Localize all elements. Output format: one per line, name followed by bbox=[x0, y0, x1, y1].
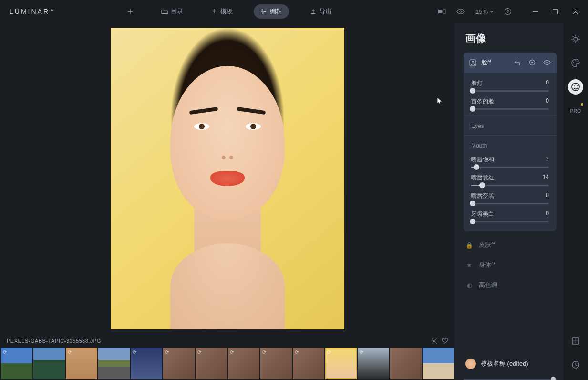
thumbnail[interactable] bbox=[98, 348, 130, 379]
pro-icon[interactable]: PRO bbox=[568, 103, 583, 118]
slider-label: 嘴唇发红 bbox=[471, 174, 494, 182]
thumbnail[interactable] bbox=[33, 348, 65, 379]
ai-badge: AI bbox=[491, 261, 495, 265]
slider-label: 嘴唇变黑 bbox=[471, 192, 494, 200]
highkey-icon: ◐ bbox=[465, 282, 473, 289]
zoom-level[interactable]: 15% bbox=[475, 8, 494, 15]
thumbnail[interactable]: ⟳ bbox=[293, 348, 324, 379]
close-button[interactable] bbox=[565, 2, 585, 21]
eyes-section[interactable]: Eyes bbox=[471, 116, 549, 132]
nav-export[interactable]: 导出 bbox=[303, 4, 339, 19]
face-tool-body: 脸灯0 苗条的脸0 Eyes Mouth 嘴唇饱和7 bbox=[464, 73, 557, 231]
panel-title: 画像 bbox=[465, 32, 557, 46]
slider-lips-redness[interactable]: 嘴唇发红14 bbox=[471, 174, 549, 186]
thumbnail[interactable]: ⟳ bbox=[1, 348, 32, 379]
minimize-button[interactable] bbox=[525, 2, 545, 21]
skin-tool[interactable]: 🔒 皮肤AI bbox=[464, 235, 557, 255]
high-key-label: 高色调 bbox=[479, 281, 497, 289]
slider-value: 7 bbox=[546, 156, 549, 164]
slider-slim-face[interactable]: 苗条的脸0 bbox=[471, 97, 549, 110]
preview-icon[interactable] bbox=[456, 9, 465, 14]
body-icon: ★ bbox=[465, 262, 473, 269]
thumbnail[interactable]: ⟳ bbox=[260, 348, 292, 379]
slider-value: 0 bbox=[546, 79, 549, 87]
thumbnail[interactable]: ⟳ bbox=[228, 348, 259, 379]
ai-badge: AI bbox=[491, 241, 495, 245]
mouth-section[interactable]: Mouth bbox=[471, 136, 549, 152]
slider-label: 脸灯 bbox=[471, 79, 483, 87]
portrait-icon[interactable] bbox=[568, 79, 583, 95]
body-tool[interactable]: ★ 身体AI bbox=[464, 255, 557, 275]
slider-face-light[interactable]: 脸灯0 bbox=[471, 79, 549, 92]
slider-label: 嘴唇饱和 bbox=[471, 156, 494, 164]
svg-rect-9 bbox=[553, 9, 557, 14]
thumbnail[interactable] bbox=[423, 348, 454, 379]
svg-point-11 bbox=[472, 61, 474, 63]
slider-value: 0 bbox=[546, 210, 549, 218]
thumbnail[interactable]: ⟳ bbox=[358, 348, 389, 379]
ai-badge: AI bbox=[487, 59, 491, 63]
creative-icon[interactable] bbox=[568, 55, 583, 71]
svg-point-16 bbox=[573, 62, 574, 63]
svg-point-13 bbox=[531, 62, 533, 63]
template-name[interactable]: 模板名称 (edited) bbox=[481, 359, 555, 368]
close-file-icon[interactable] bbox=[432, 338, 437, 344]
adjust-icon: ⟳ bbox=[165, 349, 169, 355]
folder-icon bbox=[161, 8, 168, 15]
svg-point-2 bbox=[262, 12, 264, 14]
svg-point-17 bbox=[575, 60, 576, 61]
thumbnail[interactable]: ⟳ bbox=[196, 348, 227, 379]
nav-edit[interactable]: 编辑 bbox=[254, 4, 289, 19]
app-suffix: AI bbox=[51, 8, 55, 12]
thumbnail[interactable]: ⟳ bbox=[66, 348, 97, 379]
svg-rect-4 bbox=[443, 10, 446, 13]
canvas-area: PEXELS-GABB-TAPIC-3155588.JPG ⟳ ⟳ ⟳ ⟳ ⟳ … bbox=[0, 23, 455, 380]
chevron-down-icon bbox=[490, 11, 494, 13]
preview[interactable] bbox=[0, 23, 455, 334]
mask-icon[interactable] bbox=[529, 59, 536, 66]
titlebar-right: 15% ? bbox=[438, 8, 512, 15]
compare-icon[interactable] bbox=[438, 9, 446, 14]
tools-column: 画像 脸AI 脸灯0 苗条的脸0 bbox=[455, 23, 563, 380]
undo-icon[interactable] bbox=[515, 59, 521, 66]
thumbnail[interactable] bbox=[390, 348, 422, 379]
svg-text:?: ? bbox=[506, 9, 509, 14]
help-icon[interactable]: ? bbox=[504, 8, 512, 15]
history-icon[interactable] bbox=[568, 357, 583, 372]
nav-catalog[interactable]: 目录 bbox=[155, 4, 190, 19]
svg-point-14 bbox=[546, 62, 548, 63]
slider-value: 14 bbox=[543, 174, 549, 182]
adjust-icon: ⟳ bbox=[133, 349, 136, 355]
high-key-tool[interactable]: ◐ 高色调 bbox=[464, 275, 557, 295]
slider-value: 0 bbox=[546, 192, 549, 200]
nav-templates[interactable]: 模板 bbox=[204, 4, 239, 19]
layers-icon[interactable] bbox=[568, 333, 583, 348]
maximize-button[interactable] bbox=[545, 2, 565, 21]
svg-point-18 bbox=[577, 61, 578, 62]
template-bar: 模板名称 (edited) bbox=[464, 353, 557, 377]
visibility-icon[interactable] bbox=[543, 60, 551, 65]
thumbnail[interactable]: ⟳ bbox=[163, 348, 195, 379]
face-tool-header[interactable]: 脸AI bbox=[464, 53, 557, 73]
favorite-icon[interactable] bbox=[442, 338, 448, 344]
slider-teeth-whiten[interactable]: 牙齿美白0 bbox=[471, 210, 549, 222]
app-logo: LUMINARAI bbox=[10, 8, 55, 15]
face-tool-label: 脸 bbox=[481, 59, 487, 66]
thumbnail-selected[interactable]: ⟳ bbox=[325, 348, 357, 379]
slider-lips-saturation[interactable]: 嘴唇饱和7 bbox=[471, 156, 549, 168]
tool-rail: PRO bbox=[563, 23, 588, 380]
essentials-icon[interactable] bbox=[568, 32, 583, 47]
adjust-icon: ⟳ bbox=[262, 349, 266, 355]
pro-label: PRO bbox=[570, 108, 581, 114]
thumbnail[interactable]: ⟳ bbox=[131, 348, 162, 379]
filmstrip[interactable]: ⟳ ⟳ ⟳ ⟳ ⟳ ⟳ ⟳ ⟳ ⟳ ⟳ bbox=[0, 348, 455, 380]
content: PEXELS-GABB-TAPIC-3155588.JPG ⟳ ⟳ ⟳ ⟳ ⟳ … bbox=[0, 23, 588, 380]
svg-rect-3 bbox=[438, 10, 442, 13]
side-panel: 画像 脸AI 脸灯0 苗条的脸0 bbox=[455, 23, 588, 380]
add-button[interactable] bbox=[120, 5, 140, 18]
face-tool-card: 脸AI 脸灯0 苗条的脸0 Eyes bbox=[464, 53, 557, 231]
plus-icon bbox=[127, 8, 134, 15]
slider-lips-darken[interactable]: 嘴唇变黑0 bbox=[471, 192, 549, 204]
file-bar: PEXELS-GABB-TAPIC-3155588.JPG bbox=[0, 334, 455, 348]
photo-preview bbox=[111, 28, 344, 329]
